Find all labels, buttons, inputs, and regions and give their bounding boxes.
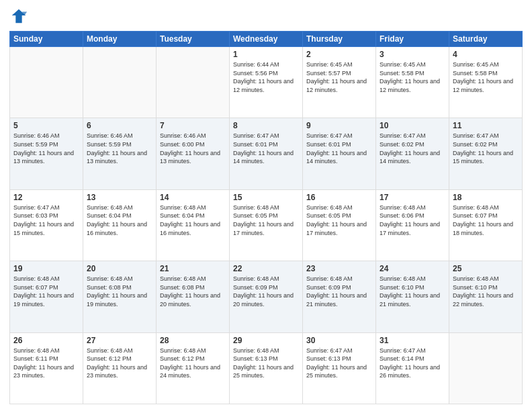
day-number: 7 — [160, 121, 226, 130]
day-number: 11 — [453, 121, 519, 130]
calendar-cell: 1Sunrise: 6:44 AMSunset: 5:56 PMDaylight… — [230, 47, 303, 118]
day-number: 24 — [380, 264, 445, 273]
day-number: 8 — [233, 121, 299, 130]
header — [9, 7, 523, 26]
day-info: Sunrise: 6:48 AMSunset: 6:13 PMDaylight:… — [233, 347, 299, 380]
calendar-cell: 21Sunrise: 6:48 AMSunset: 6:08 PMDayligh… — [157, 261, 230, 332]
day-info: Sunrise: 6:47 AMSunset: 6:02 PMDaylight:… — [380, 132, 445, 165]
day-number: 20 — [87, 264, 152, 273]
day-info: Sunrise: 6:46 AMSunset: 5:59 PMDaylight:… — [87, 132, 152, 165]
day-info: Sunrise: 6:47 AMSunset: 6:01 PMDaylight:… — [306, 132, 372, 165]
day-info: Sunrise: 6:48 AMSunset: 6:08 PMDaylight:… — [87, 275, 152, 308]
day-info: Sunrise: 6:47 AMSunset: 6:14 PMDaylight:… — [380, 347, 445, 380]
day-info: Sunrise: 6:48 AMSunset: 6:09 PMDaylight:… — [233, 275, 299, 308]
logo — [9, 7, 31, 26]
day-info: Sunrise: 6:48 AMSunset: 6:04 PMDaylight:… — [160, 203, 226, 237]
calendar-cell: 18Sunrise: 6:48 AMSunset: 6:07 PMDayligh… — [449, 189, 523, 261]
day-number: 26 — [13, 336, 79, 345]
day-info: Sunrise: 6:48 AMSunset: 6:07 PMDaylight:… — [13, 275, 79, 308]
calendar-cell: 17Sunrise: 6:48 AMSunset: 6:06 PMDayligh… — [376, 189, 449, 261]
calendar-cell: 19Sunrise: 6:48 AMSunset: 6:07 PMDayligh… — [10, 261, 83, 332]
day-number: 25 — [453, 264, 519, 273]
day-number: 2 — [306, 50, 372, 59]
svg-marker-0 — [12, 9, 26, 24]
day-info: Sunrise: 6:48 AMSunset: 6:12 PMDaylight:… — [160, 347, 226, 380]
calendar-week-row: 26Sunrise: 6:48 AMSunset: 6:11 PMDayligh… — [10, 332, 523, 404]
calendar-cell: 27Sunrise: 6:48 AMSunset: 6:12 PMDayligh… — [83, 332, 157, 404]
day-number: 5 — [13, 121, 79, 130]
calendar-cell: 5Sunrise: 6:46 AMSunset: 5:59 PMDaylight… — [10, 118, 83, 189]
day-number: 14 — [160, 193, 226, 202]
day-info: Sunrise: 6:48 AMSunset: 6:05 PMDaylight:… — [233, 203, 299, 237]
weekday-header-saturday: Saturday — [449, 32, 523, 47]
day-number: 3 — [380, 50, 445, 59]
calendar-cell: 20Sunrise: 6:48 AMSunset: 6:08 PMDayligh… — [83, 261, 157, 332]
calendar-cell: 2Sunrise: 6:45 AMSunset: 5:57 PMDaylight… — [303, 47, 376, 118]
day-number: 10 — [380, 121, 445, 130]
calendar-cell: 8Sunrise: 6:47 AMSunset: 6:01 PMDaylight… — [230, 118, 303, 189]
calendar-cell — [83, 47, 157, 118]
calendar-cell: 28Sunrise: 6:48 AMSunset: 6:12 PMDayligh… — [157, 332, 230, 404]
day-info: Sunrise: 6:47 AMSunset: 6:02 PMDaylight:… — [453, 132, 519, 165]
calendar-header-row: SundayMondayTuesdayWednesdayThursdayFrid… — [10, 32, 523, 47]
day-number: 12 — [13, 193, 79, 202]
calendar-cell: 10Sunrise: 6:47 AMSunset: 6:02 PMDayligh… — [376, 118, 449, 189]
calendar-cell: 13Sunrise: 6:48 AMSunset: 6:04 PMDayligh… — [83, 189, 157, 261]
calendar-cell: 26Sunrise: 6:48 AMSunset: 6:11 PMDayligh… — [10, 332, 83, 404]
day-info: Sunrise: 6:46 AMSunset: 5:59 PMDaylight:… — [13, 132, 79, 165]
weekday-header-wednesday: Wednesday — [230, 32, 303, 47]
day-info: Sunrise: 6:48 AMSunset: 6:09 PMDaylight:… — [306, 275, 372, 308]
day-info: Sunrise: 6:45 AMSunset: 5:58 PMDaylight:… — [380, 60, 445, 94]
calendar-week-row: 12Sunrise: 6:47 AMSunset: 6:03 PMDayligh… — [10, 189, 523, 261]
day-number: 1 — [233, 50, 299, 59]
calendar-cell: 24Sunrise: 6:48 AMSunset: 6:10 PMDayligh… — [376, 261, 449, 332]
calendar-cell — [10, 47, 83, 118]
day-info: Sunrise: 6:48 AMSunset: 6:07 PMDaylight:… — [453, 203, 519, 237]
day-info: Sunrise: 6:48 AMSunset: 6:10 PMDaylight:… — [453, 275, 519, 308]
day-info: Sunrise: 6:45 AMSunset: 5:57 PMDaylight:… — [306, 60, 372, 94]
calendar-table: SundayMondayTuesdayWednesdayThursdayFrid… — [9, 31, 523, 404]
weekday-header-monday: Monday — [83, 32, 157, 47]
day-number: 31 — [380, 336, 445, 345]
day-info: Sunrise: 6:48 AMSunset: 6:08 PMDaylight:… — [160, 275, 226, 308]
calendar-cell: 31Sunrise: 6:47 AMSunset: 6:14 PMDayligh… — [376, 332, 449, 404]
calendar-cell: 30Sunrise: 6:47 AMSunset: 6:13 PMDayligh… — [303, 332, 376, 404]
page: SundayMondayTuesdayWednesdayThursdayFrid… — [0, 0, 532, 411]
calendar-week-row: 19Sunrise: 6:48 AMSunset: 6:07 PMDayligh… — [10, 261, 523, 332]
day-info: Sunrise: 6:48 AMSunset: 6:05 PMDaylight:… — [306, 203, 372, 237]
calendar-cell: 11Sunrise: 6:47 AMSunset: 6:02 PMDayligh… — [449, 118, 523, 189]
day-info: Sunrise: 6:45 AMSunset: 5:58 PMDaylight:… — [453, 60, 519, 94]
calendar-cell — [157, 47, 230, 118]
calendar-cell — [449, 332, 523, 404]
day-number: 9 — [306, 121, 372, 130]
day-number: 22 — [233, 264, 299, 273]
calendar-cell: 15Sunrise: 6:48 AMSunset: 6:05 PMDayligh… — [230, 189, 303, 261]
day-number: 23 — [306, 264, 372, 273]
weekday-header-tuesday: Tuesday — [157, 32, 230, 47]
calendar-cell: 12Sunrise: 6:47 AMSunset: 6:03 PMDayligh… — [10, 189, 83, 261]
calendar-cell: 16Sunrise: 6:48 AMSunset: 6:05 PMDayligh… — [303, 189, 376, 261]
calendar-cell: 7Sunrise: 6:46 AMSunset: 6:00 PMDaylight… — [157, 118, 230, 189]
calendar-cell: 14Sunrise: 6:48 AMSunset: 6:04 PMDayligh… — [157, 189, 230, 261]
day-number: 16 — [306, 193, 372, 202]
day-info: Sunrise: 6:48 AMSunset: 6:11 PMDaylight:… — [13, 347, 79, 380]
day-number: 28 — [160, 336, 226, 345]
calendar-week-row: 5Sunrise: 6:46 AMSunset: 5:59 PMDaylight… — [10, 118, 523, 189]
day-number: 30 — [306, 336, 372, 345]
day-number: 27 — [87, 336, 152, 345]
day-number: 4 — [453, 50, 519, 59]
day-number: 17 — [380, 193, 445, 202]
day-info: Sunrise: 6:46 AMSunset: 6:00 PMDaylight:… — [160, 132, 226, 165]
day-info: Sunrise: 6:47 AMSunset: 6:01 PMDaylight:… — [233, 132, 299, 165]
calendar-cell: 3Sunrise: 6:45 AMSunset: 5:58 PMDaylight… — [376, 47, 449, 118]
logo-icon — [9, 7, 28, 26]
day-info: Sunrise: 6:44 AMSunset: 5:56 PMDaylight:… — [233, 60, 299, 94]
day-info: Sunrise: 6:47 AMSunset: 6:13 PMDaylight:… — [306, 347, 372, 380]
day-info: Sunrise: 6:48 AMSunset: 6:04 PMDaylight:… — [87, 203, 152, 237]
day-info: Sunrise: 6:48 AMSunset: 6:06 PMDaylight:… — [380, 203, 445, 237]
day-info: Sunrise: 6:47 AMSunset: 6:03 PMDaylight:… — [13, 203, 79, 237]
calendar-week-row: 1Sunrise: 6:44 AMSunset: 5:56 PMDaylight… — [10, 47, 523, 118]
calendar-cell: 9Sunrise: 6:47 AMSunset: 6:01 PMDaylight… — [303, 118, 376, 189]
weekday-header-thursday: Thursday — [303, 32, 376, 47]
day-number: 15 — [233, 193, 299, 202]
